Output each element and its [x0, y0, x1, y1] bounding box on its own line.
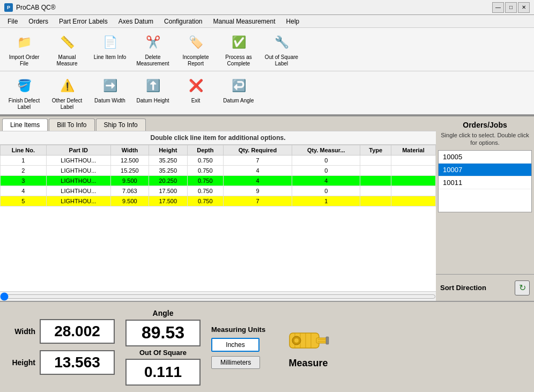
- height-label: Height: [9, 358, 35, 367]
- col-qty-measured: Qty. Measur...: [292, 145, 360, 156]
- title-bar: P ProCAB QC® — □ ✕: [0, 0, 534, 15]
- process-as-complete-icon: ✅: [228, 32, 249, 53]
- delete-measurement-label: Delete Measurement: [136, 54, 170, 67]
- orders-list: 10005 10007 10011: [438, 150, 532, 213]
- other-defect-label-icon: ⚠️: [56, 75, 78, 97]
- app-title: ProCAB QC®: [16, 4, 56, 11]
- incomplete-report-button[interactable]: 🏷️ Incomplete Report: [176, 30, 216, 69]
- exit-button[interactable]: ❌ Exit: [176, 73, 216, 106]
- inches-button[interactable]: Inches: [211, 338, 259, 352]
- content-section: Line Items Bill To Info Ship To Info Dou…: [0, 116, 534, 301]
- svg-point-6: [294, 338, 299, 343]
- units-group: Measuring Units Inches Millimeters: [211, 326, 265, 369]
- menu-file[interactable]: File: [2, 15, 23, 27]
- order-item-10007[interactable]: 10007: [439, 164, 531, 176]
- manual-measure-label: Manual Measure: [50, 54, 84, 67]
- units-title: Measuring Units: [211, 326, 265, 334]
- datum-height-icon: ⬆️: [142, 75, 164, 97]
- import-order-file-button[interactable]: 📁 Import Order File: [4, 30, 44, 69]
- tab-bar: Line Items Bill To Info Ship To Info: [0, 116, 436, 131]
- title-bar-left: P ProCAB QC®: [4, 3, 56, 12]
- out-of-square-label-label: Out of Square Label: [264, 54, 299, 67]
- angle-title: Angle: [153, 309, 174, 317]
- datum-width-icon: ➡️: [99, 75, 121, 97]
- table-hint: Double click line item for additional op…: [0, 131, 436, 145]
- out-of-square-label-icon: 🔧: [271, 32, 292, 53]
- manual-measure-button[interactable]: 📏 Manual Measure: [47, 30, 87, 69]
- menu-configuration[interactable]: Configuration: [159, 15, 207, 27]
- height-value: 13.563: [40, 350, 115, 375]
- table-row[interactable]: 1LIGHTHOU...12.50035.2500.75070: [1, 156, 436, 166]
- datum-width-button[interactable]: ➡️ Datum Width: [90, 73, 130, 106]
- sort-refresh-button[interactable]: ↻: [515, 280, 530, 295]
- exit-icon: ❌: [185, 75, 206, 97]
- incomplete-report-label: Incomplete Report: [179, 54, 213, 67]
- left-content: Line Items Bill To Info Ship To Info Dou…: [0, 116, 436, 301]
- finish-defect-label-icon: 🪣: [13, 75, 35, 97]
- col-type: Type: [360, 145, 391, 156]
- delete-measurement-button[interactable]: ✂️ Delete Measurement: [133, 30, 173, 69]
- col-part-id: Part ID: [46, 145, 110, 156]
- delete-measurement-icon: ✂️: [142, 32, 164, 53]
- measure-group[interactable]: Measure: [287, 325, 330, 369]
- col-depth: Depth: [187, 145, 223, 156]
- orders-jobs-header: Orders/Jobs: [436, 116, 534, 131]
- menu-bar: File Orders Part Error Labels Axes Datum…: [0, 15, 534, 28]
- datum-height-button[interactable]: ⬆️ Datum Height: [133, 73, 173, 106]
- angle-group: Angle 89.53 Out Of Square 0.111: [125, 309, 201, 386]
- svg-rect-10: [326, 337, 329, 344]
- maximize-button[interactable]: □: [505, 2, 517, 13]
- line-item-info-label: Line Item Info: [94, 54, 127, 61]
- order-item-10005[interactable]: 10005: [439, 151, 531, 164]
- toolbar-section: 📁 Import Order File 📏 Manual Measure 📄 L…: [0, 28, 534, 116]
- order-item-10011[interactable]: 10011: [439, 176, 531, 189]
- menu-part-error-labels[interactable]: Part Error Labels: [54, 15, 113, 27]
- other-defect-label-label: Other Defect Label: [50, 98, 84, 110]
- table-row[interactable]: 5LIGHTHOU...9.50017.5000.75071: [1, 196, 436, 206]
- line-item-info-button[interactable]: 📄 Line Item Info: [90, 30, 130, 62]
- table-row[interactable]: 3LIGHTHOU...9.50020.2500.75044: [1, 176, 436, 186]
- table-row[interactable]: 2LIGHTHOU...15.25035.2500.75040: [1, 166, 436, 176]
- tab-ship-to-info[interactable]: Ship To Info: [96, 119, 146, 131]
- menu-help[interactable]: Help: [281, 15, 305, 27]
- measure-label: Measure: [289, 358, 328, 369]
- toolbar-row2: 🪣 Finish Defect Label ⚠️ Other Defect La…: [0, 71, 534, 115]
- col-material: Material: [391, 145, 435, 156]
- toolbar-row1: 📁 Import Order File 📏 Manual Measure 📄 L…: [0, 28, 534, 71]
- h-scroll-input[interactable]: [0, 293, 436, 300]
- horizontal-scrollbar[interactable]: [0, 291, 436, 301]
- finish-defect-label-button[interactable]: 🪣 Finish Defect Label: [4, 73, 44, 112]
- minimize-button[interactable]: —: [492, 2, 504, 13]
- exit-label: Exit: [191, 98, 201, 104]
- close-button[interactable]: ✕: [518, 2, 530, 13]
- manual-measure-icon: 📏: [56, 32, 78, 53]
- col-line-no: Line No.: [1, 145, 47, 156]
- process-as-complete-label: Process as Complete: [221, 54, 256, 67]
- tape-measure-icon: [287, 325, 330, 354]
- other-defect-label-button[interactable]: ⚠️ Other Defect Label: [47, 73, 87, 112]
- height-row: Height 13.563: [9, 350, 115, 375]
- menu-axes-datum[interactable]: Axes Datum: [113, 15, 159, 27]
- col-qty-required: Qty. Required: [223, 145, 292, 156]
- incomplete-report-icon: 🏷️: [185, 32, 206, 53]
- out-of-square-value: 0.111: [125, 359, 201, 386]
- datum-height-label: Datum Height: [136, 98, 169, 104]
- datum-width-label: Datum Width: [94, 98, 125, 104]
- table-row[interactable]: 4LIGHTHOU...7.06317.5000.75090: [1, 186, 436, 196]
- col-width: Width: [110, 145, 149, 156]
- datum-angle-icon: ↩️: [228, 75, 249, 97]
- width-label: Width: [9, 327, 35, 336]
- menu-orders[interactable]: Orders: [23, 15, 54, 27]
- out-of-square-label: Out Of Square: [139, 349, 187, 357]
- tab-line-items[interactable]: Line Items: [2, 119, 48, 131]
- col-height: Height: [149, 145, 187, 156]
- menu-manual-measurement[interactable]: Manual Measurement: [207, 15, 280, 27]
- sort-direction-label: Sort Direction: [440, 284, 486, 292]
- out-of-square-label-button[interactable]: 🔧 Out of Square Label: [262, 30, 301, 69]
- process-as-complete-button[interactable]: ✅ Process as Complete: [219, 30, 258, 69]
- datum-angle-button[interactable]: ↩️ Datum Angle: [219, 73, 258, 106]
- table-container[interactable]: Line No. Part ID Width Height Depth Qty.…: [0, 145, 436, 291]
- millimeters-button[interactable]: Millimeters: [211, 356, 260, 369]
- tab-bill-to-info[interactable]: Bill To Info: [49, 119, 94, 131]
- orders-subtext: Single click to select. Double click for…: [436, 131, 534, 150]
